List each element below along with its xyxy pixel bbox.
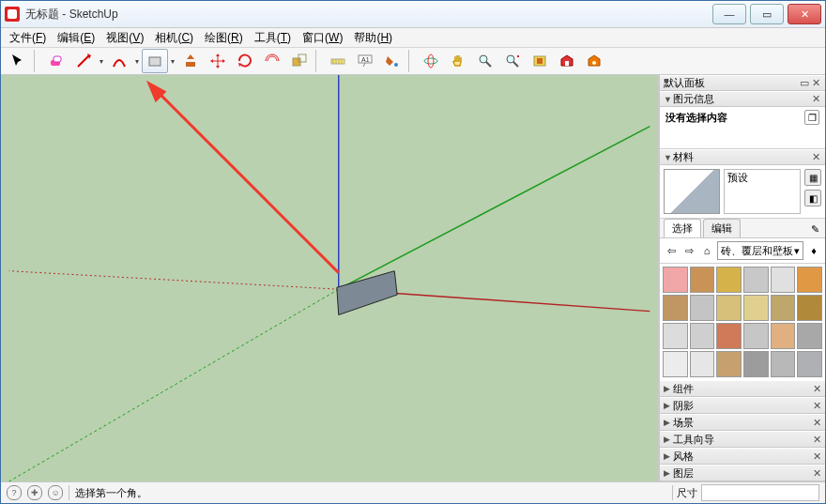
material-swatch[interactable] (743, 295, 769, 321)
menu-camera[interactable]: 相机(C) (150, 28, 198, 48)
pushpull-tool[interactable] (177, 49, 204, 73)
close-button[interactable]: ✕ (788, 4, 821, 24)
edit-pencil-icon[interactable]: ✎ (809, 221, 821, 237)
entity-info-header[interactable]: ▼ 图元信息 ✕ (660, 91, 825, 107)
material-collection-select[interactable]: 砖、覆层和壁板 ▾ (717, 241, 803, 260)
menu-help[interactable]: 帮助(H) (349, 28, 397, 48)
svg-line-22 (154, 88, 339, 273)
material-swatch[interactable] (690, 295, 715, 321)
material-swatch[interactable] (797, 323, 822, 349)
panel-close-icon[interactable]: ✕ (810, 77, 821, 89)
svg-line-17 (339, 127, 650, 290)
materials-close-icon[interactable]: ✕ (810, 151, 821, 163)
help-icon[interactable]: ? (7, 485, 22, 500)
maximize-button[interactable]: ▭ (750, 4, 784, 24)
previous-view-tool[interactable] (527, 49, 553, 73)
default-panel-header[interactable]: 默认面板 ▭ ✕ (660, 75, 825, 91)
nav-fwd-icon[interactable]: ⇨ (681, 243, 696, 258)
svg-line-18 (9, 289, 339, 481)
material-swatch[interactable] (716, 323, 742, 349)
move-tool[interactable] (205, 49, 231, 73)
svg-marker-21 (337, 271, 397, 315)
sample-material-button[interactable]: ◧ (804, 190, 821, 206)
menu-edit[interactable]: 编辑(E) (53, 28, 99, 48)
entity-info-detail-icon[interactable]: ❐ (804, 110, 819, 125)
warehouse-tool[interactable] (554, 49, 580, 73)
material-swatch[interactable] (743, 323, 769, 349)
minimize-button[interactable]: — (712, 4, 746, 24)
material-swatch[interactable] (663, 267, 688, 293)
material-swatch[interactable] (797, 351, 822, 377)
materials-tab-edit[interactable]: 编辑 (703, 219, 741, 237)
entity-info-close-icon[interactable]: ✕ (810, 93, 821, 105)
material-swatch[interactable] (690, 351, 715, 377)
scenes-panel[interactable]: ▶场景✕ (660, 414, 825, 431)
material-swatch[interactable] (690, 323, 715, 349)
pan-tool[interactable] (445, 49, 471, 73)
zoom-tool[interactable] (472, 49, 498, 73)
text-tool[interactable]: A1 (352, 49, 378, 73)
line-tool[interactable] (70, 49, 97, 73)
material-swatch[interactable] (771, 267, 796, 293)
scale-tool[interactable] (286, 49, 313, 73)
material-swatch[interactable] (743, 267, 769, 293)
svg-point-9 (424, 58, 437, 64)
shapes-tool[interactable] (142, 49, 168, 73)
layers-panel[interactable]: ▶图层✕ (660, 465, 825, 481)
geo-icon[interactable]: ✚ (27, 485, 42, 500)
titlebar: 无标题 - SketchUp — ▭ ✕ (1, 1, 825, 28)
rotate-tool[interactable] (232, 49, 258, 73)
material-swatch[interactable] (797, 267, 822, 293)
select-tool[interactable] (5, 49, 31, 73)
tape-tool[interactable] (325, 49, 351, 73)
components-panel[interactable]: ▶组件✕ (660, 380, 825, 397)
material-swatch[interactable] (743, 351, 769, 377)
material-swatch[interactable] (716, 351, 742, 377)
viewport[interactable] (1, 75, 659, 481)
menu-window[interactable]: 窗口(W) (298, 28, 347, 48)
offset-tool[interactable] (259, 49, 285, 73)
materials-header[interactable]: ▼ 材料 ✕ (660, 149, 825, 165)
material-swatch[interactable] (663, 323, 688, 349)
create-material-button[interactable]: ▦ (804, 169, 821, 186)
menu-view[interactable]: 视图(V) (101, 28, 148, 48)
user-icon[interactable]: ☺ (48, 485, 63, 500)
material-swatch[interactable] (690, 267, 715, 293)
line-dropdown[interactable]: ▾ (98, 57, 105, 66)
menu-file[interactable]: 文件(F) (5, 28, 51, 48)
nav-home-icon[interactable]: ⌂ (699, 243, 714, 258)
menu-draw[interactable]: 绘图(R) (200, 28, 248, 48)
svg-line-20 (9, 271, 339, 290)
shapes-dropdown[interactable]: ▾ (169, 57, 176, 66)
menu-tools[interactable]: 工具(T) (250, 28, 296, 48)
instructor-panel[interactable]: ▶工具向导✕ (660, 431, 825, 448)
panel-min-icon[interactable]: ▭ (799, 77, 810, 89)
ext-warehouse-tool[interactable] (581, 49, 607, 73)
material-name-field[interactable]: 预设 (724, 169, 801, 214)
material-swatch[interactable] (771, 351, 796, 377)
paint-tool[interactable] (379, 49, 405, 73)
status-hint: 选择第一个角。 (75, 486, 147, 500)
material-swatch[interactable] (716, 295, 742, 321)
eraser-tool[interactable] (43, 49, 69, 73)
collection-menu-icon[interactable]: ♦ (806, 243, 821, 258)
shadows-panel[interactable]: ▶阴影✕ (660, 397, 825, 414)
nav-back-icon[interactable]: ⇦ (664, 243, 679, 258)
material-swatch[interactable] (797, 295, 822, 321)
material-swatch[interactable] (663, 295, 688, 321)
zoom-extents-tool[interactable] (499, 49, 526, 73)
material-swatch[interactable] (771, 295, 796, 321)
menubar: 文件(F) 编辑(E) 视图(V) 相机(C) 绘图(R) 工具(T) 窗口(W… (1, 28, 825, 48)
svg-text:A1: A1 (361, 56, 370, 63)
material-swatch[interactable] (663, 351, 688, 377)
dimension-input[interactable] (701, 484, 819, 501)
material-swatch[interactable] (716, 267, 742, 293)
styles-panel[interactable]: ▶风格✕ (660, 448, 825, 465)
material-preview (664, 169, 720, 214)
material-swatch[interactable] (771, 323, 796, 349)
arc-dropdown[interactable]: ▾ (133, 57, 141, 66)
materials-tab-select[interactable]: 选择 (664, 219, 701, 237)
side-panel: 默认面板 ▭ ✕ ▼ 图元信息 ✕ 没有选择内容 ❐ ▼ 材料 ✕ (659, 75, 825, 481)
orbit-tool[interactable] (418, 49, 444, 73)
arc-tool[interactable] (106, 49, 132, 73)
